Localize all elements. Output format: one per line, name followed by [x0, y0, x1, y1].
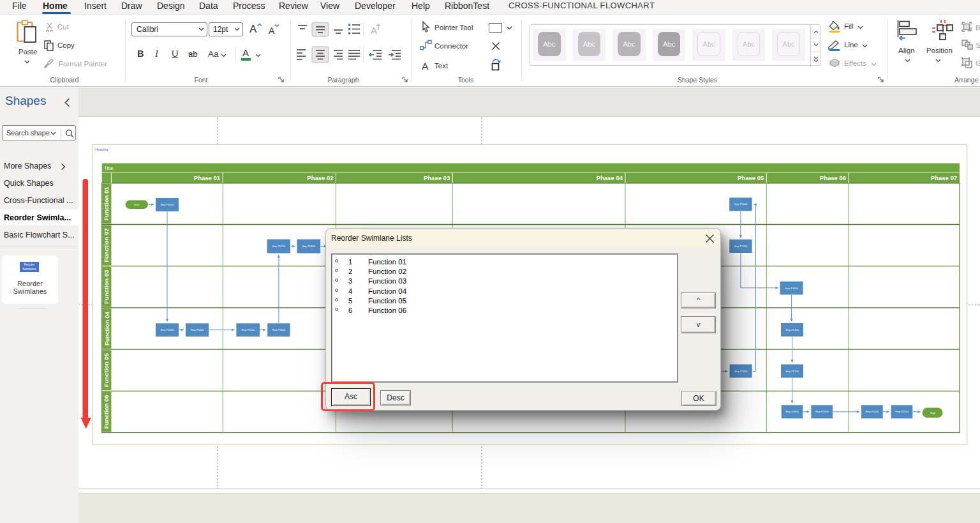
svg-text:Step P1800: Step P1800 [785, 410, 799, 413]
svg-text:Step P2100: Step P2100 [895, 410, 909, 413]
svg-text:Function 05: Function 05 [103, 352, 110, 387]
svg-text:Phase 01: Phase 01 [194, 174, 221, 181]
svg-text:Phase 03: Phase 03 [424, 174, 450, 181]
svg-text:Function 03: Function 03 [103, 270, 110, 304]
svg-text:Step P0600: Step P0600 [272, 328, 286, 331]
svg-text:Phase 02: Phase 02 [307, 174, 333, 181]
svg-text:Start: Start [134, 203, 140, 206]
svg-text:Step P0300: Step P0300 [161, 328, 175, 331]
svg-text:Step P1100: Step P1100 [734, 202, 748, 206]
svg-text:Step P0800: Step P0800 [302, 245, 316, 248]
svg-text:Step P1600: Step P1600 [734, 370, 748, 373]
svg-text:Step P2000: Step P2000 [865, 410, 879, 413]
svg-text:Function 02: Function 02 [103, 228, 110, 262]
svg-text:Phase 05: Phase 05 [738, 174, 764, 181]
svg-text:Step P0500: Step P0500 [241, 328, 255, 331]
svg-text:Phase 07: Phase 07 [931, 174, 957, 181]
svg-text:Step P0700: Step P0700 [272, 245, 286, 248]
svg-text:Phase 06: Phase 06 [820, 174, 846, 181]
svg-text:A: A [371, 25, 377, 36]
svg-text:Title: Title [104, 165, 114, 171]
svg-text:Step P0400: Step P0400 [191, 328, 205, 331]
svg-text:Function 01: Function 01 [103, 186, 110, 221]
svg-text:Phase 04: Phase 04 [597, 174, 623, 181]
svg-text:Heading: Heading [95, 148, 108, 151]
svg-text:Step P1900: Step P1900 [815, 410, 829, 413]
svg-text:Step P1400: Step P1400 [785, 328, 799, 331]
svg-text:Step P1700: Step P1700 [785, 370, 799, 373]
svg-text:Function 04: Function 04 [103, 311, 110, 345]
svg-text:Stop: Stop [930, 411, 935, 414]
svg-text:Step P0100: Step P0100 [161, 203, 175, 206]
svg-text:Function 06: Function 06 [103, 395, 110, 428]
svg-text:Step P1200: Step P1200 [734, 245, 748, 248]
svg-text:Step P1300: Step P1300 [785, 287, 799, 290]
